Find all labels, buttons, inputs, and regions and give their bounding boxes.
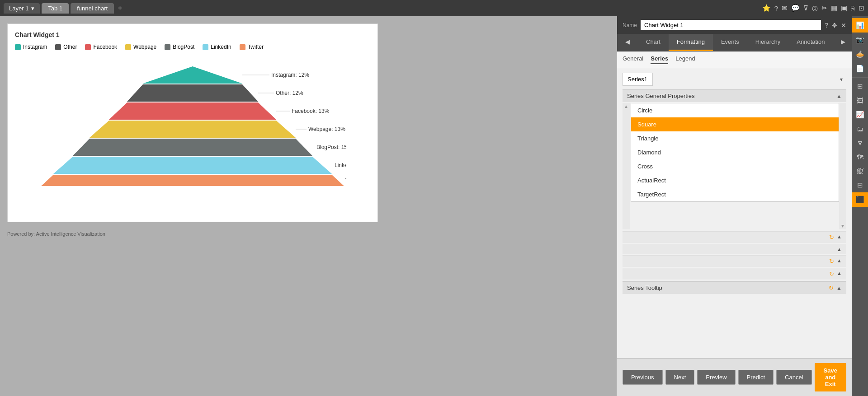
svg-text:Twitter: 18%: Twitter: 18% bbox=[345, 177, 346, 184]
sidebar-icon-camera[interactable]: 📷 bbox=[852, 33, 868, 47]
sidebar-icon-map[interactable]: 🗺 bbox=[852, 150, 868, 164]
panel-name-input[interactable] bbox=[641, 20, 821, 30]
svg-text:Instagram: 12%: Instagram: 12% bbox=[271, 72, 309, 78]
section-row-4: ↻ ▲ bbox=[623, 268, 846, 280]
dropdown-scroll-up[interactable]: ▲ bbox=[624, 104, 628, 109]
select-arrow-icon: ▾ bbox=[840, 76, 843, 83]
sidebar-icon-table[interactable]: 🗂 bbox=[852, 122, 868, 136]
dropdown-targetrect[interactable]: TargetRect bbox=[631, 187, 839, 201]
series-select-row: Series1 Series2 Series3 ▾ bbox=[623, 73, 846, 86]
dropdown-actualrect[interactable]: ActualRect bbox=[631, 173, 839, 187]
tab-annotation[interactable]: Annotation bbox=[788, 34, 833, 51]
dropdown-cross[interactable]: Cross bbox=[631, 159, 839, 173]
chevron-up-icon-1[interactable]: ▲ bbox=[837, 234, 842, 241]
next-button[interactable]: Next bbox=[665, 370, 695, 385]
subtab-series[interactable]: Series bbox=[651, 55, 668, 64]
topbar-icon-search[interactable]: ◎ bbox=[812, 4, 818, 12]
legend-other: Other bbox=[55, 44, 77, 50]
refresh-icon-3[interactable]: ↻ bbox=[829, 258, 834, 265]
svg-text:Webpage: 13%: Webpage: 13% bbox=[308, 126, 345, 132]
sidebar-icon-network[interactable]: 🕸 bbox=[852, 164, 868, 178]
svg-text:BlogPost: 15%: BlogPost: 15% bbox=[316, 144, 346, 150]
tab-hierarchy[interactable]: Hierarchy bbox=[747, 34, 789, 51]
right-panel: Name ? ✥ ✕ ◀ Chart Formatting Events Hie… bbox=[617, 16, 852, 396]
series-general-props-toggle[interactable]: ▲ bbox=[836, 93, 842, 99]
dropdown-triangle[interactable]: Triangle bbox=[631, 131, 839, 145]
chevron-up-icon-4[interactable]: ▲ bbox=[837, 270, 842, 277]
chevron-up-icon-3[interactable]: ▲ bbox=[837, 258, 842, 265]
legend-dot-webpage bbox=[125, 44, 131, 50]
cancel-button[interactable]: Cancel bbox=[776, 370, 811, 385]
sidebar-icon-funnel[interactable]: ⛛ bbox=[852, 136, 868, 150]
series-tooltip-header[interactable]: Series Tooltip ↻ ▲ bbox=[623, 281, 846, 294]
add-tab-button[interactable]: + bbox=[118, 4, 123, 13]
legend-dot-facebook bbox=[85, 44, 91, 50]
topbar-icon-share[interactable]: ⊡ bbox=[859, 4, 864, 12]
topbar-icon-star[interactable]: ⭐ bbox=[762, 4, 771, 12]
refresh-icon-4[interactable]: ↻ bbox=[829, 270, 834, 277]
legend-blogpost: BlogPost bbox=[165, 44, 194, 50]
sidebar-icon-widget[interactable]: ⊞ bbox=[852, 79, 868, 93]
tab-events[interactable]: Events bbox=[713, 34, 747, 51]
sidebar-icon-chart[interactable]: 📊 bbox=[852, 18, 868, 33]
topbar-icon-cut[interactable]: ✂ bbox=[821, 4, 827, 12]
sidebar-icon-pie[interactable]: 🥧 bbox=[852, 47, 868, 61]
svg-marker-0 bbox=[143, 66, 242, 84]
subtab-legend[interactable]: Legend bbox=[675, 55, 695, 64]
topbar-icon-comment[interactable]: 💬 bbox=[791, 4, 800, 12]
topbar-icon-help[interactable]: ? bbox=[774, 5, 778, 12]
topbar-icon-mail[interactable]: ✉ bbox=[782, 4, 788, 12]
sidebar-icon-image[interactable]: 🖼 bbox=[852, 93, 868, 107]
previous-button[interactable]: Previous bbox=[623, 370, 663, 385]
tab-chart-label[interactable]: Chart bbox=[638, 34, 669, 51]
section-row-1-icons: ↻ ▲ bbox=[829, 234, 842, 241]
sidebar-icon-page[interactable]: 📄 bbox=[852, 61, 868, 76]
sidebar-divider-1 bbox=[852, 77, 868, 78]
topbar-icon-copy[interactable]: ⎘ bbox=[851, 5, 855, 12]
legend-webpage: Webpage bbox=[125, 44, 156, 50]
layer-dropdown-icon[interactable]: ▾ bbox=[31, 5, 34, 12]
right-sidebar: 📊 📷 🥧 📄 ⊞ 🖼 📈 🗂 ⛛ 🗺 🕸 ⊟ ⬛ bbox=[852, 16, 868, 396]
legend-dot-twitter bbox=[240, 44, 245, 50]
tab1[interactable]: Tab 1 bbox=[42, 3, 69, 14]
tab-formatting[interactable]: Formatting bbox=[669, 34, 713, 51]
dropdown-circle[interactable]: Circle bbox=[631, 103, 839, 117]
dropdown-square[interactable]: Square bbox=[631, 117, 839, 131]
tab2[interactable]: funnel chart bbox=[71, 3, 114, 14]
panel-move-icon[interactable]: ✥ bbox=[832, 22, 837, 29]
predict-button[interactable]: Predict bbox=[738, 370, 774, 385]
svg-text:Other: 12%: Other: 12% bbox=[276, 90, 303, 96]
sidebar-icon-grid2[interactable]: ⊟ bbox=[852, 178, 868, 192]
subtab-general[interactable]: General bbox=[623, 55, 643, 64]
chevron-up-icon-2[interactable]: ▲ bbox=[837, 247, 842, 252]
main-content: Chart Widget 1 Instagram Other Facebook bbox=[0, 16, 868, 396]
dropdown-scroll-down[interactable]: ▼ bbox=[840, 224, 845, 228]
tab-chart[interactable]: ◀ bbox=[617, 34, 638, 51]
sidebar-icon-orange[interactable]: ⬛ bbox=[852, 192, 868, 207]
topbar-icon-image[interactable]: ▣ bbox=[841, 4, 847, 12]
tab-next[interactable]: ▶ bbox=[833, 34, 854, 51]
save-exit-button[interactable]: Save and Exit bbox=[815, 363, 847, 391]
legend-linkedin: LinkedIn bbox=[203, 44, 231, 50]
svg-text:Facebook: 13%: Facebook: 13% bbox=[292, 108, 330, 114]
series-select[interactable]: Series1 Series2 Series3 bbox=[623, 73, 653, 86]
legend-dot-blogpost bbox=[165, 44, 170, 50]
series-tooltip-toggle[interactable]: ▲ bbox=[836, 285, 842, 291]
panel-help-icon[interactable]: ? bbox=[825, 22, 828, 29]
panel-sub-tabs: General Series Legend bbox=[617, 51, 852, 68]
panel-footer: Previous Next Preview Predict Cancel Sav… bbox=[617, 358, 852, 396]
panel-body: Series1 Series2 Series3 ▾ Series General… bbox=[617, 68, 852, 358]
dropdown-diamond[interactable]: Diamond bbox=[631, 145, 839, 159]
refresh-icon-1[interactable]: ↻ bbox=[829, 234, 834, 241]
refresh-icon-tooltip[interactable]: ↻ bbox=[829, 284, 834, 291]
series-general-props-header[interactable]: Series General Properties ▲ bbox=[623, 89, 846, 102]
svg-marker-3 bbox=[90, 121, 296, 138]
topbar-icon-filter[interactable]: ⊽ bbox=[803, 4, 808, 12]
topbar-icon-grid[interactable]: ▦ bbox=[831, 4, 837, 12]
layer-tab[interactable]: Layer 1 ▾ bbox=[4, 3, 40, 14]
panel-close-icon[interactable]: ✕ bbox=[841, 22, 846, 29]
sidebar-icon-bar-chart[interactable]: 📈 bbox=[852, 107, 868, 122]
legend-dot-other bbox=[55, 44, 61, 50]
funnel-svg: Instagram: 12% Other: 12% Facebook: 13% … bbox=[39, 62, 346, 188]
preview-button[interactable]: Preview bbox=[697, 370, 735, 385]
